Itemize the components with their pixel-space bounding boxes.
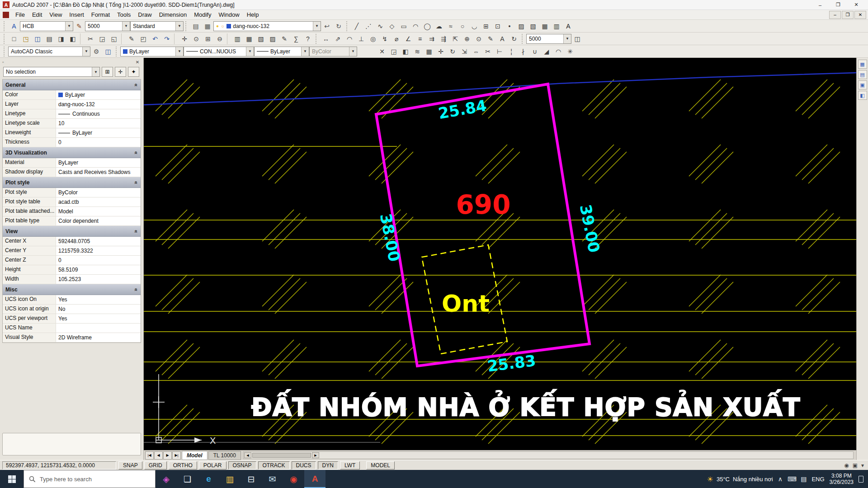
- layer-color-swatch[interactable]: [226, 24, 231, 28]
- brush-icon[interactable]: ✎: [73, 21, 85, 32]
- property-value[interactable]: 1215759.3322: [56, 246, 141, 255]
- offset-icon[interactable]: ≋: [411, 46, 423, 57]
- menu-file[interactable]: File: [12, 10, 28, 19]
- layer-states-icon[interactable]: ▦: [202, 21, 213, 32]
- section-header-3d-visualization[interactable]: 3D Visualization«: [3, 147, 141, 158]
- ellipse-icon[interactable]: ○: [457, 21, 468, 32]
- dim-jogged-icon[interactable]: ↯: [379, 33, 391, 44]
- menu-insert[interactable]: Insert: [66, 10, 88, 19]
- property-value[interactable]: 592448.0705: [56, 237, 141, 246]
- markup-set-manager-icon[interactable]: ✎: [278, 33, 290, 44]
- property-value[interactable]: No: [56, 305, 141, 314]
- start-button[interactable]: [0, 470, 24, 488]
- dim-arc-length-icon[interactable]: ◠: [344, 33, 355, 44]
- quickcalc-icon[interactable]: ∑: [290, 33, 302, 44]
- pan-icon[interactable]: ✛: [179, 33, 190, 44]
- property-value[interactable]: 105.2523: [56, 275, 141, 284]
- property-value[interactable]: ByLayer: [56, 90, 141, 99]
- close-button[interactable]: ✕: [847, 0, 865, 9]
- dropdown-arrow-icon[interactable]: ▼: [349, 47, 357, 56]
- property-value[interactable]: Casts and Receives Shadows: [56, 168, 141, 177]
- polygon-icon[interactable]: ◇: [386, 21, 398, 32]
- trim-icon[interactable]: ✂: [482, 46, 494, 57]
- toolbar-grip[interactable]: [522, 34, 524, 44]
- text-height-combo[interactable]: 5000▼: [85, 21, 130, 31]
- chamfer-icon[interactable]: ◢: [541, 46, 552, 57]
- selection-combo[interactable]: No selection ▼: [3, 67, 100, 77]
- property-value[interactable]: Continuous: [56, 109, 141, 118]
- dropdown-arrow-icon[interactable]: ▼: [82, 47, 90, 56]
- layer-freeze-icon[interactable]: ☼: [221, 23, 225, 28]
- open-icon[interactable]: ◳: [20, 33, 32, 44]
- property-value[interactable]: [56, 324, 141, 333]
- collapse-section-icon[interactable]: «: [133, 151, 140, 154]
- dim-linear-icon[interactable]: ↔: [320, 33, 332, 44]
- toolbar-grip[interactable]: [346, 21, 349, 31]
- task-view-icon[interactable]: ❏: [177, 470, 198, 488]
- property-value[interactable]: 10: [56, 119, 141, 128]
- copy-clip-icon[interactable]: ◲: [96, 33, 108, 44]
- tab-nav-icon-1[interactable]: ◀: [154, 451, 163, 460]
- construction-line-icon[interactable]: ⋰: [363, 21, 374, 32]
- file-explorer-icon[interactable]: ▥: [219, 470, 241, 488]
- move-icon[interactable]: ✛: [435, 46, 447, 57]
- dimension-style-icon[interactable]: ◫: [571, 33, 583, 44]
- drawing-area[interactable]: 25.84 38.00 39.00 25.83 690 Ont ĐẤT NHÓM…: [144, 58, 856, 450]
- property-value[interactable]: 0: [56, 256, 141, 265]
- dock-toolbar-icon-4[interactable]: ◧: [858, 91, 867, 100]
- dim-continue-icon[interactable]: ⇶: [438, 33, 449, 44]
- stretch-icon[interactable]: ⇔: [470, 46, 482, 57]
- array-icon[interactable]: ▦: [423, 46, 435, 57]
- collapse-section-icon[interactable]: «: [133, 230, 140, 233]
- property-value[interactable]: Yes: [56, 314, 141, 323]
- property-value[interactable]: ByLayer: [56, 158, 141, 167]
- corel-draw-icon[interactable]: ◈: [156, 470, 177, 488]
- tab-layout-tl10000[interactable]: TL 10000: [208, 451, 241, 460]
- plot-icon[interactable]: ▤: [43, 33, 55, 44]
- taskbar-search[interactable]: Type here to search: [24, 470, 156, 488]
- collapse-section-icon[interactable]: «: [133, 181, 140, 184]
- dropdown-arrow-icon[interactable]: ▼: [246, 47, 254, 56]
- make-block-icon[interactable]: ⊡: [492, 21, 504, 32]
- layer-properties-icon[interactable]: ▤: [190, 21, 202, 32]
- dim-angular-icon[interactable]: ∠: [402, 33, 414, 44]
- tray-app-icon[interactable]: ▤: [801, 475, 807, 483]
- dropdown-arrow-icon[interactable]: ▼: [175, 47, 183, 56]
- maximize-button[interactable]: ❐: [829, 0, 847, 9]
- property-value[interactable]: acad.ctb: [56, 197, 141, 206]
- horizontal-scrollbar[interactable]: ◀ ▶: [243, 451, 854, 459]
- collapse-section-icon[interactable]: «: [133, 288, 140, 291]
- spline-icon[interactable]: ≈: [445, 21, 457, 32]
- rectangle-icon[interactable]: ▭: [398, 21, 410, 32]
- explode-icon[interactable]: ✳: [564, 46, 576, 57]
- publish-icon[interactable]: ◧: [67, 33, 79, 44]
- status-toggle-ducs[interactable]: DUCS: [292, 461, 316, 469]
- circle-icon[interactable]: ◯: [421, 21, 433, 32]
- menu-window[interactable]: Window: [215, 10, 243, 19]
- property-value[interactable]: Yes: [56, 295, 141, 304]
- chrome-icon[interactable]: ◉: [283, 470, 304, 488]
- color-control-combo[interactable]: ByLayer▼: [120, 47, 184, 56]
- dock-toolbar-icon-1[interactable]: ▦: [858, 60, 867, 69]
- dropdown-arrow-icon[interactable]: ▼: [301, 47, 309, 56]
- dock-toolbar-icon-2[interactable]: ▤: [858, 70, 867, 79]
- toolbar-grip[interactable]: [4, 21, 6, 31]
- fillet-icon[interactable]: ◠: [552, 46, 564, 57]
- dropdown-arrow-icon[interactable]: ▼: [92, 67, 99, 76]
- help-icon[interactable]: ?: [302, 33, 314, 44]
- property-value[interactable]: 58.5109: [56, 265, 141, 274]
- touch-keyboard-icon[interactable]: ⌨: [788, 475, 797, 483]
- plotstyle-control-combo[interactable]: ByColor▼: [309, 47, 357, 56]
- toolbar-grip[interactable]: [4, 47, 6, 56]
- palette-title-bar[interactable]: ▫ ✕: [2, 59, 141, 65]
- select-objects-icon[interactable]: ✛: [115, 67, 126, 77]
- section-header-plot-style[interactable]: Plot style«: [3, 177, 141, 188]
- status-menu-arrow-icon[interactable]: ▾: [861, 462, 864, 469]
- toolbar-grip[interactable]: [185, 21, 188, 31]
- polyline-icon[interactable]: ∿: [374, 21, 386, 32]
- dropdown-arrow-icon[interactable]: ▼: [175, 22, 183, 31]
- menu-format[interactable]: Format: [88, 10, 113, 19]
- tool-palettes-icon[interactable]: ▧: [255, 33, 267, 44]
- palette-autohide-icon[interactable]: ▫: [2, 60, 4, 65]
- rotate-icon[interactable]: ↻: [447, 46, 458, 57]
